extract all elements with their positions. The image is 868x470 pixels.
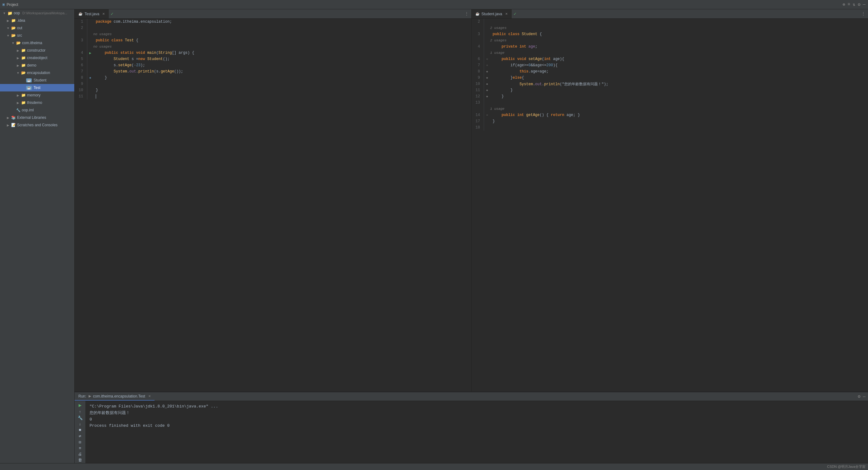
sidebar-item-demo[interactable]: ▶ 📁 demo bbox=[0, 62, 74, 69]
left-line-2: 2 bbox=[74, 25, 471, 31]
right-tab-student[interactable]: ☕ Student.java ✕ bbox=[472, 9, 512, 18]
right-hint-linenum-5 bbox=[472, 50, 484, 56]
status-right-text: CSDN @明月Java全字宙 bbox=[827, 464, 866, 469]
left-content-2 bbox=[93, 25, 471, 31]
run-rerun-btn[interactable]: ⇄ bbox=[76, 434, 84, 439]
right-gutter-7: ○ bbox=[484, 62, 490, 68]
sidebar-item-student[interactable]: ☕ Student bbox=[0, 77, 74, 84]
left-code-area[interactable]: 1 package com.itheima.encapsulation; 2 bbox=[74, 19, 471, 392]
right-code-area[interactable]: 2 2 usages bbox=[472, 19, 868, 392]
left-code-table: 1 package com.itheima.encapsulation; 2 bbox=[74, 19, 471, 99]
console-line-1: "C:\Program Files\Java\jdk1.8.0_201\bin\… bbox=[90, 404, 864, 410]
left-content-6: s.setAge(-23); bbox=[93, 62, 471, 68]
right-more-btn[interactable]: ⋮ bbox=[859, 11, 868, 17]
left-gutter-7 bbox=[87, 68, 93, 75]
sidebar-item-thisdemo[interactable]: ▶ 📁 thisdemo bbox=[0, 99, 74, 107]
sidebar-item-oop-iml[interactable]: 🔧 oop.iml bbox=[0, 107, 74, 114]
sidebar-item-test[interactable]: ☕ Test bbox=[0, 84, 74, 91]
title-ctrl-3[interactable]: ⇅ bbox=[853, 2, 855, 7]
left-linenum-5: 5 bbox=[74, 56, 87, 62]
left-linenum-4: 4 bbox=[74, 50, 87, 56]
encap-folder-icon: 📂 bbox=[21, 70, 26, 75]
bottom-tab-run[interactable]: Run: ▶ com.itheima.encapsulation.Test ✕ bbox=[74, 392, 155, 401]
right-linenum-18: 18 bbox=[472, 124, 484, 130]
right-tab-close[interactable]: ✕ bbox=[505, 12, 508, 16]
run-scroll-btn[interactable]: ≡ bbox=[76, 446, 84, 451]
left-linenum-7: 7 bbox=[74, 68, 87, 75]
run-play-btn[interactable]: ▶ bbox=[76, 402, 84, 408]
left-hint-nousages-4: no usages bbox=[74, 43, 471, 50]
left-gutter-10 bbox=[87, 87, 93, 93]
right-linenum-11: 11 bbox=[472, 87, 484, 93]
memory-arrow: ▶ bbox=[16, 94, 20, 97]
run-filter-btn[interactable]: ⊟ bbox=[76, 440, 84, 445]
right-line-3: 3 public class Student { bbox=[472, 31, 868, 37]
editor-area: ☕ Test.java ✕ ✓ ⋮ 1 pac bbox=[74, 9, 868, 463]
console-output: "C:\Program Files\Java\jdk1.8.0_201\bin\… bbox=[86, 401, 868, 463]
left-linenum-3: 3 bbox=[74, 37, 87, 43]
left-tab-test[interactable]: ☕ Test.java ✕ bbox=[74, 9, 109, 18]
left-content-11 bbox=[93, 93, 471, 99]
left-linenum-8: 8 bbox=[74, 75, 87, 81]
left-tab-bar: ☕ Test.java ✕ ✓ ⋮ bbox=[74, 9, 471, 19]
run-tab-close[interactable]: ✕ bbox=[148, 394, 151, 398]
title-ctrl-4[interactable]: ⚙ bbox=[858, 2, 860, 7]
left-content-5: Student s =new Student(); bbox=[93, 56, 471, 62]
right-linenum-9: 9 bbox=[472, 75, 484, 81]
right-line-8: 8 ◈ this.age=age; bbox=[472, 68, 868, 75]
sidebar-item-com-itheima[interactable]: ▼ 📂 com.itheima bbox=[0, 39, 74, 47]
title-controls: ⊕ ≡ ⇅ ⚙ — bbox=[842, 2, 866, 7]
sidebar-item-encapsulation[interactable]: ▼ 📂 encapsulation bbox=[0, 69, 74, 77]
left-gutter-6 bbox=[87, 62, 93, 68]
right-hint-text-14: 1 usage bbox=[490, 106, 868, 112]
root-path: D:\Workspace\javaWorkspa... bbox=[22, 11, 67, 15]
left-line-5: 5 Student s =new Student(); bbox=[74, 56, 471, 62]
right-gutter-13 bbox=[484, 99, 490, 106]
right-line-6: 6 ○ public void setAge(int age){ bbox=[472, 56, 868, 62]
sidebar-item-idea[interactable]: ▶ 📁 .idea bbox=[0, 17, 74, 24]
right-content-11: } bbox=[490, 87, 868, 93]
idea-folder-icon: 📁 bbox=[11, 18, 16, 23]
sidebar-item-out[interactable]: ▼ 📂 out bbox=[0, 24, 74, 32]
run-wrench-btn[interactable]: 🔧 bbox=[76, 416, 84, 420]
sidebar-item-src[interactable]: ▼ 📂 src bbox=[0, 32, 74, 39]
left-more-btn[interactable]: ⋮ bbox=[462, 11, 471, 17]
right-hint-linenum-4 bbox=[472, 37, 484, 43]
left-linenum-1: 1 bbox=[74, 19, 87, 25]
run-down-btn[interactable]: ↓ bbox=[76, 422, 84, 427]
right-line-18: 18 bbox=[472, 124, 868, 130]
settings-icon[interactable]: ⚙ bbox=[858, 394, 860, 399]
right-hint-2usages-4: 2 usages bbox=[472, 37, 868, 43]
sidebar-item-constructor[interactable]: ▶ 📁 constructor bbox=[0, 47, 74, 54]
run-class-label: com.itheima.encapsulation.Test bbox=[93, 394, 145, 399]
right-line-10: 10 ◈ System.out.println("您的年龄数据有问题！"); bbox=[472, 81, 868, 87]
right-hint-text-5: 1 usage bbox=[490, 50, 868, 56]
right-tab-icon: ☕ bbox=[475, 12, 480, 16]
title-ctrl-2[interactable]: ≡ bbox=[847, 2, 850, 7]
run-trash-btn[interactable]: 🗑 bbox=[76, 458, 84, 463]
sidebar-item-external-libs[interactable]: ▶ 📚 External Libraries bbox=[0, 114, 74, 121]
run-up-btn[interactable]: ↑ bbox=[76, 410, 84, 414]
right-hint-1usage-14: 1 usage bbox=[472, 106, 868, 112]
minimize-icon[interactable]: — bbox=[863, 394, 866, 399]
left-tab-close[interactable]: ✕ bbox=[102, 12, 105, 16]
left-tab-icon: ☕ bbox=[79, 12, 83, 16]
sidebar-item-createobject[interactable]: ▶ 📁 createobject bbox=[0, 54, 74, 62]
title-ctrl-1[interactable]: ⊕ bbox=[842, 2, 845, 7]
thisdemo-folder-icon: 📁 bbox=[21, 100, 26, 105]
sidebar: ▼ 📁 oop D:\Workspace\javaWorkspa... ▶ 📁 … bbox=[0, 9, 74, 463]
out-label: out bbox=[17, 26, 22, 30]
sidebar-item-scratches[interactable]: ▶ 📝 Scratches and Consoles bbox=[0, 121, 74, 129]
title-ctrl-5[interactable]: — bbox=[863, 2, 866, 7]
right-linenum-17: 17 bbox=[472, 118, 484, 124]
right-content-2 bbox=[490, 19, 868, 25]
right-content-18 bbox=[490, 124, 868, 130]
right-gutter-10: ◈ bbox=[484, 81, 490, 87]
bottom-panel: Run: ▶ com.itheima.encapsulation.Test ✕ … bbox=[74, 392, 868, 463]
run-stop-btn[interactable]: ■ bbox=[76, 428, 84, 432]
sidebar-root-oop[interactable]: ▼ 📁 oop D:\Workspace\javaWorkspa... bbox=[0, 9, 74, 17]
run-icon: ▶ bbox=[89, 394, 91, 398]
status-bar: CSDN @明月Java全字宙 bbox=[0, 463, 868, 470]
run-print-btn[interactable]: 🖨 bbox=[76, 452, 84, 457]
sidebar-item-memory[interactable]: ▶ 📁 memory bbox=[0, 91, 74, 99]
